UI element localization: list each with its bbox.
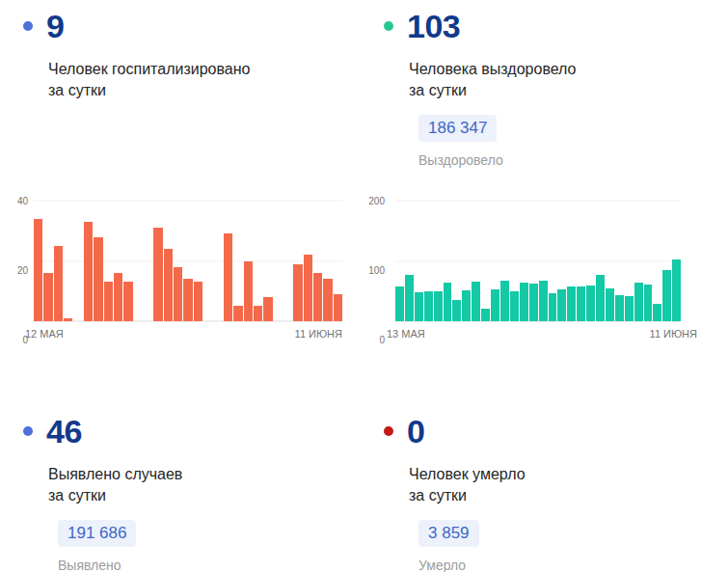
detected-total-label: Выявлено: [58, 558, 364, 572]
chart-bar[interactable]: [434, 291, 443, 321]
recovered-bar-chart: 2001000 13 МАЯ 11 ИЮНЯ: [371, 201, 681, 340]
chart-bar[interactable]: [615, 295, 624, 321]
x-axis-end-label: 11 ИЮНЯ: [295, 328, 342, 340]
y-axis-tick-label: 100: [368, 265, 385, 276]
chart-bar[interactable]: [625, 296, 634, 321]
chart-bar[interactable]: [577, 286, 585, 321]
hospitalized-chart-y-axis: 40200: [12, 201, 34, 340]
x-axis-end-label: 11 ИЮНЯ: [650, 328, 697, 340]
chart-bar[interactable]: [452, 300, 461, 321]
deaths-daily-value: 0: [407, 413, 424, 449]
deaths-description-line1: Человек умерло: [409, 464, 728, 485]
chart-bar[interactable]: [153, 228, 162, 321]
chart-bar[interactable]: [313, 273, 322, 321]
chart-bar[interactable]: [263, 297, 272, 321]
chart-bar[interactable]: [415, 292, 423, 321]
chart-bar[interactable]: [539, 281, 548, 321]
card-detected: 46 Выявлено случаев за сутки 191 686 Выя…: [0, 400, 364, 572]
chart-bar[interactable]: [174, 267, 182, 321]
chart-bar[interactable]: [293, 264, 302, 321]
detected-description-line1: Выявлено случаев: [48, 464, 364, 485]
chart-bar[interactable]: [405, 275, 414, 321]
chart-bar[interactable]: [323, 279, 332, 321]
chart-bar[interactable]: [233, 306, 242, 321]
recovered-chart-plot-area: 13 МАЯ 11 ИЮНЯ: [395, 201, 681, 340]
recovered-description-line2: за сутки: [409, 80, 728, 101]
chart-bar[interactable]: [606, 288, 614, 321]
chart-bar[interactable]: [644, 285, 653, 321]
status-dot-blue: [23, 426, 33, 436]
chart-bar[interactable]: [662, 270, 671, 321]
card-hospitalized: 9 Человек госпитализировано за сутки 402…: [0, 0, 364, 400]
chart-bar[interactable]: [54, 246, 63, 321]
chart-bar[interactable]: [334, 294, 342, 321]
recovered-chart-x-axis: 13 МАЯ 11 ИЮНЯ: [387, 328, 697, 340]
chart-bar[interactable]: [244, 261, 253, 322]
card-detected-header: 46: [23, 413, 364, 449]
chart-bar[interactable]: [500, 281, 509, 321]
chart-bar[interactable]: [94, 237, 102, 322]
chart-bar[interactable]: [472, 282, 480, 321]
chart-bar[interactable]: [64, 318, 72, 321]
chart-bar[interactable]: [481, 309, 490, 321]
chart-bar[interactable]: [444, 283, 452, 321]
card-recovered: 103 Человека выздоровело за сутки 186 34…: [364, 0, 728, 400]
chart-bar[interactable]: [224, 233, 232, 321]
chart-bar[interactable]: [653, 304, 661, 321]
chart-bar[interactable]: [104, 282, 113, 321]
recovered-description: Человека выздоровело за сутки: [409, 59, 728, 101]
card-recovered-header: 103: [384, 8, 728, 44]
chart-bar[interactable]: [520, 283, 528, 321]
detected-description-line2: за сутки: [48, 485, 364, 506]
chart-bar[interactable]: [557, 289, 566, 321]
card-deaths-header: 0: [384, 413, 728, 449]
chart-bar[interactable]: [304, 255, 312, 321]
hospitalized-chart-bars-area[interactable]: [34, 201, 342, 321]
detected-total-badge: 191 686: [58, 520, 136, 547]
chart-bar[interactable]: [43, 273, 52, 321]
y-axis-tick-label: 20: [17, 265, 28, 276]
hospitalized-chart-plot-area: 12 МАЯ 11 ИЮНЯ: [34, 201, 342, 340]
chart-bar[interactable]: [491, 289, 499, 321]
deaths-total-badge: 3 859: [418, 520, 479, 547]
chart-bar[interactable]: [424, 291, 433, 321]
chart-bar[interactable]: [123, 282, 132, 321]
hospitalized-description-line2: за сутки: [48, 80, 364, 101]
chart-bar[interactable]: [596, 275, 605, 321]
y-axis-tick-label: 40: [17, 196, 28, 206]
recovered-chart-bars-area[interactable]: [395, 201, 681, 321]
deaths-total-label: Умерло: [418, 558, 728, 572]
chart-bar[interactable]: [672, 259, 681, 321]
y-axis-tick-label: 200: [368, 196, 385, 206]
chart-bar[interactable]: [395, 286, 404, 321]
chart-bar[interactable]: [84, 222, 93, 321]
chart-bar[interactable]: [510, 291, 519, 321]
chart-bar[interactable]: [549, 293, 557, 321]
status-dot-red: [384, 426, 393, 436]
chart-bar[interactable]: [567, 286, 576, 321]
chart-bar[interactable]: [529, 284, 538, 321]
chart-bar[interactable]: [114, 273, 122, 321]
stats-grid: 9 Человек госпитализировано за сутки 402…: [0, 0, 728, 572]
y-axis-tick-label: 0: [379, 335, 385, 345]
chart-bar[interactable]: [183, 279, 192, 321]
hospitalized-bar-chart: 40200 12 МАЯ 11 ИЮНЯ: [12, 201, 342, 340]
status-dot-blue: [23, 21, 33, 31]
chart-bar[interactable]: [164, 249, 173, 321]
recovered-description-line1: Человека выздоровело: [409, 59, 728, 80]
chart-bar[interactable]: [586, 286, 595, 321]
chart-bar[interactable]: [634, 283, 643, 321]
recovered-total-label: Выздоровело: [418, 152, 728, 168]
card-hospitalized-header: 9: [23, 8, 364, 44]
bars-container: [395, 201, 681, 321]
chart-bar[interactable]: [34, 219, 42, 321]
recovered-total-badge: 186 347: [418, 115, 497, 142]
detected-description: Выявлено случаев за сутки: [48, 464, 364, 506]
chart-bar[interactable]: [254, 306, 262, 321]
hospitalized-daily-value: 9: [46, 8, 64, 44]
hospitalized-chart-x-axis: 12 МАЯ 11 ИЮНЯ: [25, 328, 342, 340]
chart-bar[interactable]: [194, 282, 202, 321]
status-dot-teal: [384, 21, 393, 31]
chart-bar[interactable]: [462, 290, 471, 322]
bars-container: [34, 201, 342, 321]
